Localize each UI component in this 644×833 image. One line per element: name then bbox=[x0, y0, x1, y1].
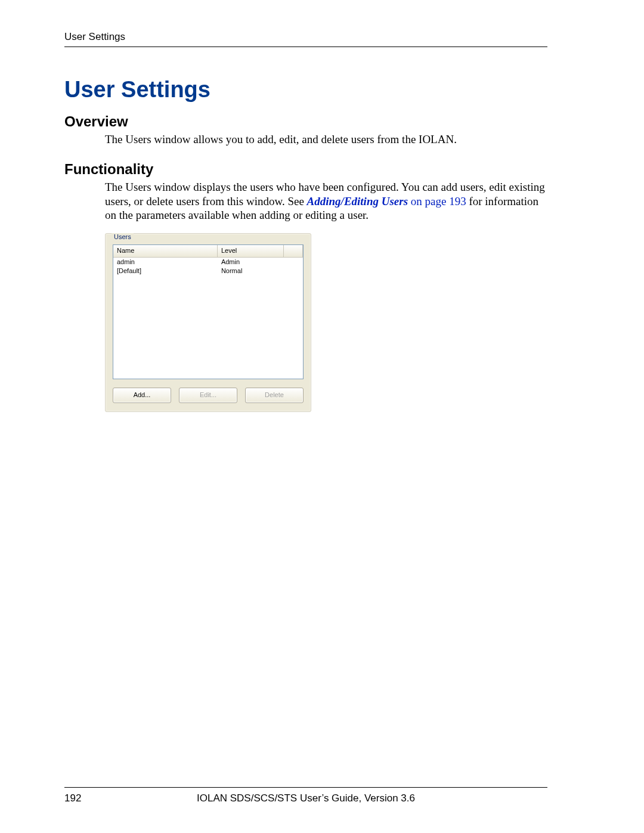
groupbox-label: Users bbox=[112, 233, 134, 240]
cell-level: Admin bbox=[218, 258, 303, 267]
listview-body: admin Admin [Default] Normal bbox=[113, 258, 303, 275]
edit-button: Edit... bbox=[179, 388, 237, 403]
footer-guide-title: IOLAN SDS/SCS/STS User’s Guide, Version … bbox=[154, 792, 458, 804]
footer-spacer bbox=[458, 792, 547, 804]
add-button[interactable]: Add... bbox=[113, 388, 171, 403]
column-header-name[interactable]: Name bbox=[113, 245, 218, 257]
xref-page-193[interactable]: on page 193 bbox=[408, 195, 466, 208]
overview-body: The Users window allows you to add, edit… bbox=[105, 132, 546, 147]
running-header: User Settings bbox=[64, 31, 547, 47]
table-row[interactable]: admin Admin bbox=[113, 258, 303, 267]
section-heading-overview: Overview bbox=[64, 113, 580, 130]
delete-button: Delete bbox=[245, 388, 304, 403]
column-header-spacer bbox=[284, 245, 303, 257]
button-row: Add... Edit... Delete bbox=[113, 388, 304, 403]
xref-adding-editing-users[interactable]: Adding/Editing Users bbox=[307, 195, 408, 208]
column-header-level[interactable]: Level bbox=[218, 245, 284, 257]
listview-header: Name Level bbox=[113, 245, 303, 258]
table-row[interactable]: [Default] Normal bbox=[113, 267, 303, 275]
cell-name: [Default] bbox=[113, 267, 218, 275]
cell-name: admin bbox=[113, 258, 218, 267]
page-number: 192 bbox=[64, 792, 154, 804]
functionality-body: The Users window displays the users who … bbox=[105, 180, 546, 222]
users-panel-screenshot: Users Name Level admin Admin [Default] N… bbox=[105, 233, 580, 412]
page-title: User Settings bbox=[64, 77, 580, 103]
users-listview[interactable]: Name Level admin Admin [Default] Normal bbox=[113, 244, 304, 379]
page: User Settings User Settings Overview The… bbox=[0, 0, 644, 833]
page-footer: 192 IOLAN SDS/SCS/STS User’s Guide, Vers… bbox=[64, 787, 547, 804]
cell-level: Normal bbox=[218, 267, 303, 275]
section-heading-functionality: Functionality bbox=[64, 161, 580, 178]
users-groupbox: Users Name Level admin Admin [Default] N… bbox=[105, 233, 311, 412]
